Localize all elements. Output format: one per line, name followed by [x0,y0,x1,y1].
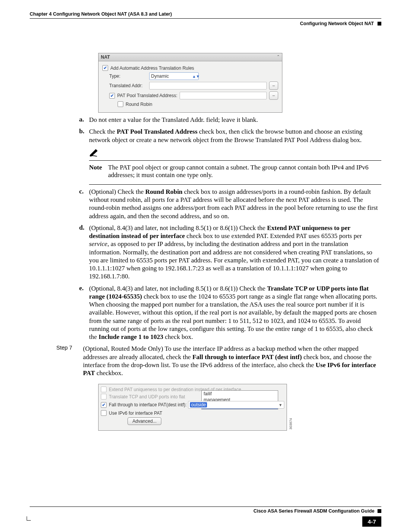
figure-id-label: 303874 [289,418,293,430]
advanced-button[interactable]: Advanced... [127,417,161,425]
chevron-down-icon: ▼ [279,403,282,407]
interface-option-failif[interactable]: failif [202,391,278,397]
section-header: Configuring Network Object NAT [30,19,381,26]
header-marker-icon [378,22,381,26]
round-robin-checkbox[interactable] [118,101,123,107]
note-label: Note [89,164,108,179]
interface-pat-screenshot: Extend PAT uniqueness to per destination… [98,384,287,431]
footer-marker-icon [378,509,381,513]
item-a-text: Do not enter a value for the Translated … [89,116,381,124]
list-marker: e. [79,284,89,341]
chapter-header: Chapter 4 Configuring Network Object NAT… [30,11,381,18]
add-auto-checkbox[interactable]: ✔ [102,65,108,71]
step-7-text: (Optional, Routed Mode Only) To use the … [83,345,381,377]
round-robin-label: Round Robin [126,102,152,107]
add-auto-label: Add Automatic Address Translation Rules [110,66,194,71]
page: Chapter 4 Configuring Network Object NAT… [0,0,411,532]
item-e-text: (Optional, 8.4(3) and later, not includi… [89,284,381,341]
translated-addr-browse-button[interactable]: – [269,81,278,90]
list-item: e. (Optional, 8.4(3) and later, not incl… [79,284,381,341]
pat-pool-checkbox[interactable]: ✔ [109,93,115,99]
list-item: d. (Optional, 8.4(3) and later, not incl… [79,224,381,281]
pat-pool-browse-button[interactable]: – [269,91,278,100]
nat-panel-screenshot: NAT ⌃ ✔ Add Automatic Address Translatio… [98,53,282,113]
step-7: Step 7 (Optional, Routed Mode Only) To u… [68,345,381,377]
note-rule-top [89,160,381,161]
note-block: Note The PAT pool object or group cannot… [89,164,381,179]
list-item: c. (Optional) Check the Round Robin chec… [79,188,381,220]
list-marker: d. [79,224,89,281]
use-ipv6-checkbox[interactable] [101,410,107,416]
chevron-updown-icon: ▲▼ [192,74,197,78]
body-text: a. Do not enter a value for the Translat… [79,116,381,341]
header-rule [30,18,381,19]
list-marker: a. [79,116,89,124]
note-rule-bottom [89,184,381,185]
translated-addr-input[interactable] [149,82,267,89]
note-pencil-icon [89,149,99,159]
crop-mark-icon [27,516,31,521]
list-item: b. Check the PAT Pool Translated Address… [79,128,381,144]
fall-through-label: Fall through to interface PAT(dest intf)… [109,402,186,407]
fall-through-checkbox[interactable]: ✔ [101,402,107,408]
nat-panel-body: ✔ Add Automatic Address Translation Rule… [99,61,282,112]
translate-tcp-label: Translate TCP and UDP ports into flat [109,394,185,399]
page-number: 4-7 [362,516,381,527]
pat-pool-label: PAT Pool Translated Address: [117,93,177,98]
item-b-text: Check the PAT Pool Translated Address ch… [89,128,381,144]
interface-select-value: outside [190,402,207,407]
item-c-text: (Optional) Check the Round Robin check b… [89,188,381,220]
step-label: Step 7 [56,345,83,377]
use-ipv6-label: Use IPv6 for interface PAT [109,411,162,416]
extend-pat-checkbox[interactable] [101,387,107,392]
nat-panel-titlebar: NAT ⌃ [99,53,282,61]
collapse-icon[interactable]: ⌃ [277,54,280,60]
pat-pool-input[interactable] [180,92,267,99]
list-marker: c. [79,188,89,220]
nat-panel-title: NAT [101,54,110,60]
footer-guide-title: Cisco ASA Series Firewall ASDM Configura… [253,508,374,514]
section-header-text: Configuring Network Object NAT [300,21,374,26]
page-footer: Cisco ASA Series Firewall ASDM Configura… [30,506,381,514]
type-combobox-value: Dynamic [151,73,169,79]
item-d-text: (Optional, 8.4(3) and later, not includi… [89,224,381,281]
list-item: a. Do not enter a value for the Translat… [79,116,381,124]
note-text: The PAT pool object or group cannot cont… [108,164,381,179]
translate-tcp-checkbox[interactable] [101,394,107,399]
interface-select[interactable]: outside ▼ [188,401,284,409]
translated-addr-label: Translated Addr: [109,83,149,88]
list-marker: b. [79,128,89,144]
type-combobox[interactable]: Dynamic ▲▼ [149,72,199,80]
type-label: Type: [109,73,149,79]
